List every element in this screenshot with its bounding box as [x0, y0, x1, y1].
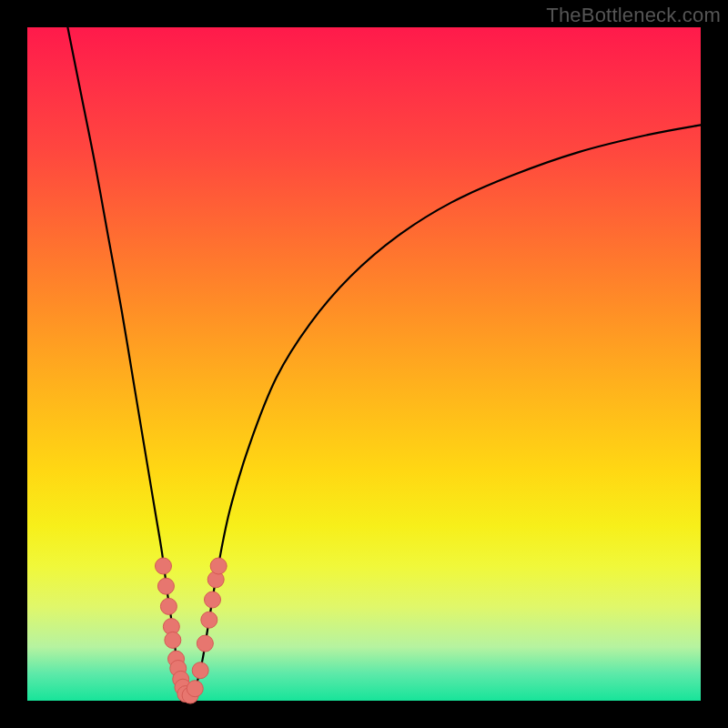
- highlight-dot: [157, 578, 174, 594]
- curves-svg: [27, 27, 701, 701]
- watermark-text: TheBottleneck.com: [546, 4, 721, 27]
- highlight-dot: [187, 681, 203, 697]
- highlight-dot: [155, 558, 171, 574]
- highlight-dot: [210, 558, 227, 574]
- right-branch-path: [192, 125, 701, 695]
- highlight-dots-group: [155, 558, 227, 703]
- highlight-dot: [160, 598, 177, 614]
- highlight-dot: [205, 592, 221, 608]
- highlight-dot: [197, 635, 213, 652]
- highlight-dot: [192, 662, 208, 679]
- left-branch-path: [67, 27, 184, 695]
- highlight-dot: [165, 632, 181, 648]
- chart-frame: TheBottleneck.com: [0, 0, 728, 728]
- plot-area: [27, 27, 701, 701]
- highlight-dot: [201, 612, 217, 628]
